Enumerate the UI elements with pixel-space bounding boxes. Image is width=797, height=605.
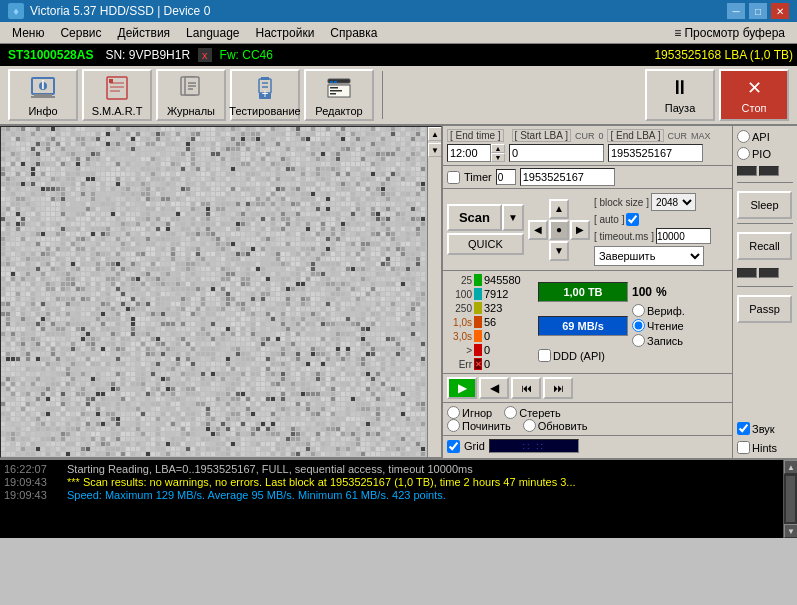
scan-visualization: ▲ ▼ bbox=[0, 126, 442, 458]
repair-label: Починить bbox=[462, 420, 511, 432]
sound-checkbox[interactable] bbox=[737, 422, 750, 435]
ddd-checkbox[interactable] bbox=[538, 349, 551, 362]
menu-item-help[interactable]: Справка bbox=[322, 24, 385, 42]
update-option: Обновить bbox=[523, 419, 588, 432]
log-scroll-down[interactable]: ▼ bbox=[784, 524, 797, 538]
info-button[interactable]: i Инфо bbox=[8, 69, 78, 121]
log-text-1: Starting Reading, LBA=0..1953525167, FUL… bbox=[67, 463, 473, 475]
separator-3 bbox=[737, 286, 793, 287]
nav-center-button[interactable]: ● bbox=[549, 220, 569, 240]
sleep-button[interactable]: Sleep bbox=[737, 191, 792, 219]
menu-item-settings[interactable]: Настройки bbox=[248, 24, 323, 42]
log-entry-2: 19:09:43 *** Scan results: no warnings, … bbox=[4, 476, 779, 488]
time-spin-down[interactable]: ▼ bbox=[491, 153, 505, 162]
stop-button[interactable]: ✕ Стоп bbox=[719, 69, 789, 121]
editor-button[interactable]: Редактор bbox=[304, 69, 374, 121]
scroll-down-button[interactable]: ▼ bbox=[428, 143, 442, 157]
hints-checkbox[interactable] bbox=[737, 441, 750, 454]
menu-item-actions[interactable]: Действия bbox=[110, 24, 179, 42]
stop-label: Стоп bbox=[742, 102, 767, 114]
maximize-button[interactable]: □ bbox=[749, 3, 767, 19]
pio-radio[interactable] bbox=[737, 147, 750, 160]
log-scrollbar[interactable]: ▲ ▼ bbox=[783, 460, 797, 538]
play-button[interactable]: ▶ bbox=[447, 377, 477, 399]
stat-bar-cyan bbox=[474, 288, 482, 300]
smart-button[interactable]: S.M.A.R.T bbox=[82, 69, 152, 121]
minimize-button[interactable]: ─ bbox=[727, 3, 745, 19]
scan-button[interactable]: Scan bbox=[447, 204, 502, 231]
scroll-up-button[interactable]: ▲ bbox=[428, 127, 442, 141]
speed-radio-row: 69 MB/s Вериф. Чтение bbox=[538, 304, 685, 347]
timeout-label: [ timeout.ms ] bbox=[594, 231, 654, 242]
stat-count-gt: 0 bbox=[484, 344, 534, 356]
nav-left-button[interactable]: ◀ bbox=[528, 220, 548, 240]
editor-label: Редактор bbox=[315, 105, 362, 117]
journals-label: Журналы bbox=[167, 105, 215, 117]
verif-radio[interactable] bbox=[632, 304, 645, 317]
read-radio[interactable] bbox=[632, 319, 645, 332]
start-lba-input[interactable] bbox=[509, 144, 604, 162]
journals-button[interactable]: Журналы bbox=[156, 69, 226, 121]
log-scroll-up[interactable]: ▲ bbox=[784, 460, 797, 474]
rewind-button[interactable]: ◀ bbox=[479, 377, 509, 399]
testing-button[interactable]: + Тестирование bbox=[230, 69, 300, 121]
toolbar-separator bbox=[382, 71, 383, 119]
passp-button[interactable]: Passp bbox=[737, 295, 792, 323]
journals-icon bbox=[177, 74, 205, 102]
nav-up-button[interactable]: ▲ bbox=[549, 199, 569, 219]
pause-button[interactable]: ⏸ Пауза bbox=[645, 69, 715, 121]
block-size-label: [ block size ] bbox=[594, 197, 649, 208]
nav-right-button[interactable]: ▶ bbox=[570, 220, 590, 240]
api-radio-row: API bbox=[737, 130, 793, 143]
recall-button[interactable]: Recall bbox=[737, 232, 792, 260]
scan-btn-group: Scan ▼ bbox=[447, 204, 524, 231]
main-area: ▲ ▼ [ End time ] [ Start LBA ] CUR 0 [ E… bbox=[0, 126, 797, 458]
stat-bar-err: ✕ bbox=[474, 358, 482, 370]
pio-label: PIO bbox=[752, 148, 771, 160]
svg-rect-4 bbox=[31, 96, 55, 98]
smart-icon bbox=[103, 74, 131, 102]
close-button[interactable]: ✕ bbox=[771, 3, 789, 19]
update-radio[interactable] bbox=[523, 419, 536, 432]
stat-time-100: 100 bbox=[447, 289, 472, 300]
scan-dropdown-button[interactable]: ▼ bbox=[502, 204, 524, 231]
menu-item-language[interactable]: Language bbox=[178, 24, 247, 42]
ignore-option: Игнор bbox=[447, 406, 492, 419]
options-area: Игнор Стереть Починить Обновить bbox=[443, 403, 732, 436]
speed-value: 69 MB/s bbox=[539, 317, 627, 335]
write-radio-row: Запись bbox=[632, 334, 685, 347]
menu-item-buffer[interactable]: ≡ Просмотр буфера bbox=[666, 24, 793, 42]
right-toolbar: ⏸ Пауза ✕ Стоп bbox=[645, 69, 789, 121]
skip-fwd-button[interactable]: ⏭ bbox=[543, 377, 573, 399]
progress-percent: 100 bbox=[632, 285, 652, 299]
write-radio[interactable] bbox=[632, 334, 645, 347]
indicator-bar-2 bbox=[759, 166, 779, 176]
block-size-select[interactable]: 2048 512 1024 4096 bbox=[651, 193, 696, 211]
grid-checkbox[interactable] bbox=[447, 440, 460, 453]
timeout-input[interactable] bbox=[656, 228, 711, 244]
timer-checkbox[interactable] bbox=[447, 171, 460, 184]
progress-bar: 1,00 TB bbox=[538, 282, 628, 302]
device-fw: Fw: CC46 bbox=[220, 48, 273, 62]
auto-checkbox[interactable] bbox=[626, 213, 639, 226]
erase-radio[interactable] bbox=[504, 406, 517, 419]
finish-select[interactable]: Завершить Остановить Выключить bbox=[594, 246, 704, 266]
time-spin-up[interactable]: ▲ bbox=[491, 144, 505, 153]
menu-item-menu[interactable]: Меню bbox=[4, 24, 52, 42]
nav-down-button[interactable]: ▼ bbox=[549, 241, 569, 261]
viz-scrollbar[interactable]: ▲ ▼ bbox=[427, 127, 441, 457]
end-lba2-input[interactable] bbox=[520, 168, 615, 186]
grid-display: :: :: bbox=[489, 439, 579, 453]
skip-back-button[interactable]: ⏮ bbox=[511, 377, 541, 399]
repair-radio[interactable] bbox=[447, 419, 460, 432]
log-scroll-thumb[interactable] bbox=[786, 476, 795, 522]
log-entry-3: 19:09:43 Speed: Maximum 129 MB/s. Averag… bbox=[4, 489, 779, 501]
menu-item-service[interactable]: Сервис bbox=[52, 24, 109, 42]
quick-button[interactable]: QUICK bbox=[447, 233, 524, 255]
end-time-input[interactable] bbox=[447, 144, 491, 162]
api-radio[interactable] bbox=[737, 130, 750, 143]
timer-value-input[interactable] bbox=[496, 169, 516, 185]
device-close-button[interactable]: x bbox=[198, 48, 212, 62]
ignore-radio[interactable] bbox=[447, 406, 460, 419]
end-lba-input[interactable] bbox=[608, 144, 703, 162]
